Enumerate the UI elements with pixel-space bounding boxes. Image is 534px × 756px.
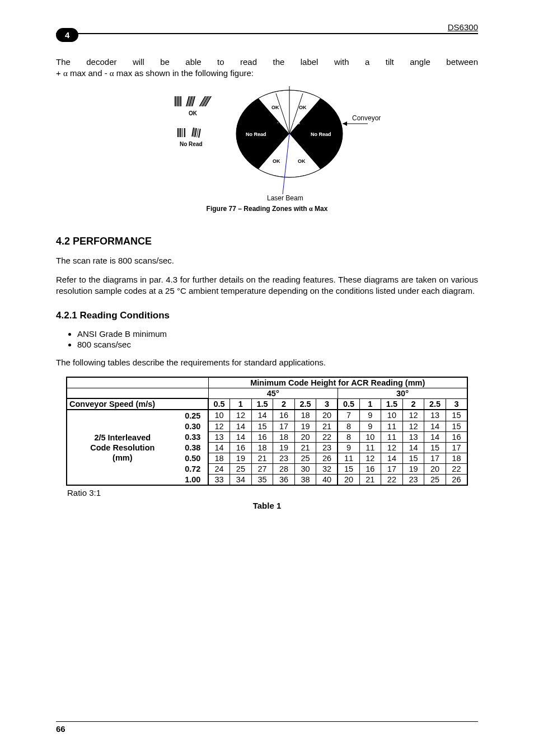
table-cell: 14	[402, 442, 424, 453]
table-cell: 10	[208, 410, 230, 421]
table-cell: 21	[359, 475, 381, 486]
table-cell: 19	[402, 464, 424, 475]
table-cell: 12	[359, 453, 381, 463]
figure-77: OK No Read	[56, 86, 478, 204]
table-cell: 23	[316, 442, 338, 453]
resolution-value: 0.38	[178, 442, 208, 453]
table-cell: 14	[230, 431, 252, 442]
table-cell: 14	[230, 421, 252, 431]
conditions-list: ANSI Grade B minimum 800 scans/sec	[56, 329, 478, 349]
svg-marker-32	[343, 121, 347, 126]
table-cell: 20	[316, 410, 338, 421]
intro-line2: + α max and - α max as shown in the foll…	[56, 68, 254, 78]
table-cell: 11	[381, 431, 403, 442]
table-cell: 15	[338, 464, 359, 475]
table-cell: 18	[273, 431, 295, 442]
resolution-value: 0.33	[178, 431, 208, 442]
conveyor-speed-label: Conveyor Speed (m/s)	[67, 398, 208, 410]
table-cell: 26	[446, 475, 467, 486]
svg-rect-17	[180, 128, 181, 137]
table-cell: 12	[208, 421, 230, 431]
table-cell: 19	[230, 453, 252, 463]
noread-right: No Read	[311, 132, 331, 137]
table-cell: 12	[402, 421, 424, 431]
table-cell: 24	[208, 464, 230, 475]
table-cell: 16	[446, 431, 467, 442]
table-cell: 20	[338, 475, 359, 486]
page-footer: 66	[56, 721, 478, 734]
table-cell: 13	[424, 410, 446, 421]
table-cell: 35	[251, 475, 273, 486]
figure-caption: Figure 77 – Reading Zones with α Max	[56, 205, 478, 213]
table-cell: 21	[316, 421, 338, 431]
table-cell: 25	[424, 475, 446, 486]
table-cell: 12	[402, 410, 424, 421]
row-block-label: 2/5 InterleavedCode Resolution(mm)	[67, 410, 178, 485]
laser-beam-label: Laser Beam	[267, 194, 303, 202]
table-cell: 30	[294, 464, 316, 475]
reading-zones-diagram: OK No Read	[133, 86, 401, 204]
svg-rect-19	[184, 128, 185, 137]
table-cell: 14	[424, 421, 446, 431]
table-cell: 38	[294, 475, 316, 486]
noread-label: No Read	[180, 141, 203, 147]
table-cell: 15	[402, 453, 424, 463]
list-item: 800 scans/sec	[77, 340, 478, 349]
svg-rect-4	[180, 96, 181, 106]
header-rule	[56, 33, 478, 34]
svg-rect-23	[196, 128, 199, 137]
table-cell: 20	[294, 431, 316, 442]
noread-left: No Read	[246, 132, 266, 137]
table-cell: 19	[273, 442, 295, 453]
table-cell: 22	[316, 431, 338, 442]
heading-4-2-1: 4.2.1 Reading Conditions	[56, 310, 478, 321]
table-cell: 16	[251, 431, 273, 442]
table-cell: 15	[251, 421, 273, 431]
table-cell: 25	[230, 464, 252, 475]
table-cell: 22	[446, 464, 467, 475]
resolution-value: 0.50	[178, 453, 208, 463]
table-cell: 21	[251, 453, 273, 463]
table-cell: 17	[381, 464, 403, 475]
table-cell: 13	[208, 431, 230, 442]
intro-paragraph: The decoder will be able to read the lab…	[56, 57, 478, 79]
table-cell: 15	[446, 410, 467, 421]
svg-rect-1	[176, 96, 177, 106]
table-cell: 8	[338, 421, 359, 431]
table-cell: 16	[230, 442, 252, 453]
table-cell: 16	[273, 410, 295, 421]
table-cell: 17	[273, 421, 295, 431]
table-cell: 28	[273, 464, 295, 475]
ok-top-right: OK	[299, 105, 307, 110]
list-item: ANSI Grade B minimum	[77, 329, 478, 339]
ok-bottom-left: OK	[273, 158, 280, 164]
resolution-value: 0.30	[178, 421, 208, 431]
table-cell: 18	[208, 453, 230, 463]
footer-rule	[56, 721, 478, 722]
table-cell: 40	[316, 475, 338, 486]
table-cell: 33	[208, 475, 230, 486]
table-cell: 14	[424, 431, 446, 442]
table-cell: 17	[446, 442, 467, 453]
table-title: Minimum Code Height for ACR Reading (mm)	[208, 377, 467, 388]
conveyor-label: Conveyor	[352, 114, 381, 122]
table-cell: 23	[273, 453, 295, 463]
angle-45: 45°	[208, 388, 338, 398]
ok-label: OK	[189, 110, 198, 116]
table-cell: 7	[338, 410, 359, 421]
table-caption: Table 1	[56, 501, 478, 510]
table-cell: 17	[424, 453, 446, 463]
para-refer-diagrams: Refer to the diagrams in par. 4.3 for fu…	[56, 274, 478, 297]
table-cell: 8	[338, 431, 359, 442]
table-cell: 14	[251, 410, 273, 421]
ok-bottom-right: OK	[298, 158, 306, 164]
table-cell: 14	[381, 453, 403, 463]
heading-4-2: 4.2 PERFORMANCE	[56, 236, 478, 247]
table-cell: 15	[424, 442, 446, 453]
table-cell: 34	[230, 475, 252, 486]
table-cell: 21	[294, 442, 316, 453]
resolution-value: 1.00	[178, 475, 208, 486]
table-cell: 9	[338, 442, 359, 453]
table-cell: 16	[359, 464, 381, 475]
table-cell: 18	[446, 453, 467, 463]
